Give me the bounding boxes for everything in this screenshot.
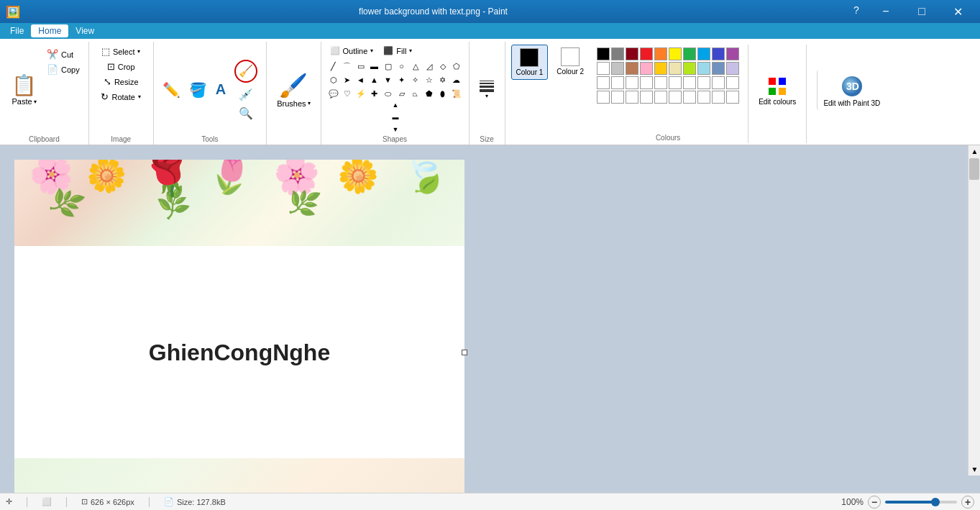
- shape-rect[interactable]: ▭: [354, 60, 367, 73]
- color-ltblue[interactable]: [697, 62, 710, 75]
- cut-button[interactable]: ✂️ Cut: [44, 47, 83, 61]
- edit-3d-button[interactable]: 3D Edit with Paint 3D: [817, 70, 886, 110]
- color-custom-1[interactable]: [597, 76, 610, 89]
- shapes-scroll-up[interactable]: ▲: [390, 100, 400, 110]
- colour2-button[interactable]: Colour 2: [552, 45, 588, 78]
- shape-callout[interactable]: 💬: [327, 87, 340, 100]
- eraser-button[interactable]: 🧹: [232, 58, 260, 84]
- color-gold[interactable]: [654, 62, 667, 75]
- select-button[interactable]: ⬚ Select ▾: [99, 45, 144, 58]
- shape-line[interactable]: ╱: [327, 60, 340, 73]
- color-green[interactable]: [683, 47, 696, 60]
- color-custom-20[interactable]: [726, 91, 739, 104]
- shape-trapezoid[interactable]: ⏢: [409, 87, 422, 100]
- brushes-button[interactable]: 🖌️ Brushes ▾: [273, 69, 314, 111]
- shape-drum[interactable]: ⬮: [436, 87, 449, 100]
- color-darkred[interactable]: [626, 47, 638, 60]
- color-custom-3[interactable]: [626, 76, 638, 89]
- color-white[interactable]: [597, 62, 610, 75]
- color-custom-10[interactable]: [726, 76, 739, 89]
- scroll-thumb[interactable]: [969, 158, 979, 180]
- color-custom-15[interactable]: [654, 91, 667, 104]
- shape-rounded-rect[interactable]: ▢: [382, 60, 395, 73]
- scroll-down-button[interactable]: ▼: [968, 463, 980, 475]
- color-custom-13[interactable]: [626, 91, 638, 104]
- paste-button[interactable]: 📋 Paste ▾: [6, 45, 42, 135]
- magnifier-button[interactable]: 🔍: [232, 105, 260, 122]
- shape-arrow-r[interactable]: ➤: [341, 73, 354, 86]
- maximize-button[interactable]: □: [905, 0, 938, 23]
- fill-shape-button[interactable]: ⬛ Fill ▾: [380, 45, 415, 57]
- shape-diamond[interactable]: ◇: [436, 60, 449, 73]
- color-lavender[interactable]: [726, 62, 739, 75]
- shape-rect-fill[interactable]: ▬: [368, 60, 381, 73]
- colour1-button[interactable]: Colour 1: [511, 45, 549, 80]
- shapes-scroll-mid[interactable]: ▬: [390, 112, 400, 122]
- zoom-minus-button[interactable]: −: [868, 496, 881, 509]
- scrollbar-vertical[interactable]: ▲ ▼: [968, 145, 980, 475]
- shape-plus[interactable]: ✚: [368, 87, 381, 100]
- color-cream[interactable]: [669, 62, 682, 75]
- rotate-button[interactable]: ↻ Rotate ▾: [98, 90, 143, 104]
- minimize-button[interactable]: −: [869, 0, 902, 23]
- color-custom-11[interactable]: [597, 91, 610, 104]
- canvas-container[interactable]: 🌸 🌼 🌹 🌷 🌸 🌼 🍃 🌿 🌿 🌿 GhienCongNghe: [0, 145, 980, 493]
- color-gray[interactable]: [611, 47, 624, 60]
- shape-star4[interactable]: ✧: [409, 73, 422, 86]
- text-button[interactable]: A: [213, 80, 229, 99]
- color-yellow[interactable]: [669, 47, 682, 60]
- shape-curve[interactable]: ⌒: [341, 60, 354, 73]
- eyedropper-button[interactable]: 💉: [232, 86, 260, 103]
- help-icon[interactable]: ?: [846, 0, 866, 20]
- shape-lightning[interactable]: ⚡: [354, 87, 367, 100]
- color-red[interactable]: [640, 47, 653, 60]
- menu-home[interactable]: Home: [31, 24, 68, 37]
- shape-triangle[interactable]: △: [409, 60, 422, 73]
- color-steelblue[interactable]: [712, 62, 725, 75]
- color-custom-7[interactable]: [683, 76, 696, 89]
- handle-right[interactable]: [462, 350, 467, 355]
- color-custom-16[interactable]: [669, 91, 682, 104]
- zoom-slider[interactable]: [885, 501, 957, 504]
- color-custom-6[interactable]: [669, 76, 682, 89]
- shape-cloud[interactable]: ☁: [450, 73, 463, 86]
- color-custom-2[interactable]: [611, 76, 624, 89]
- shape-dec-shape[interactable]: ⬟: [423, 87, 436, 100]
- color-orange[interactable]: [654, 47, 667, 60]
- scroll-up-button[interactable]: ▲: [968, 145, 980, 158]
- shape-arrow-l[interactable]: ◄: [354, 73, 367, 86]
- menu-view[interactable]: View: [68, 24, 101, 37]
- color-custom-18[interactable]: [697, 91, 710, 104]
- zoom-plus-button[interactable]: +: [961, 496, 974, 509]
- resize-button[interactable]: ⤡ Resize: [101, 75, 142, 88]
- color-black[interactable]: [597, 47, 610, 60]
- outline-button[interactable]: ⬜ Outline ▾: [327, 45, 377, 57]
- shape-heart[interactable]: ♡: [341, 87, 354, 100]
- color-pink[interactable]: [640, 62, 653, 75]
- shapes-scroll-down[interactable]: ▼: [390, 124, 400, 135]
- shape-hexagon[interactable]: ⬡: [327, 73, 340, 86]
- shape-pentagon[interactable]: ⬠: [450, 60, 463, 73]
- color-custom-9[interactable]: [712, 76, 725, 89]
- color-custom-4[interactable]: [640, 76, 653, 89]
- color-ltgreen[interactable]: [683, 62, 696, 75]
- color-purple[interactable]: [726, 47, 739, 60]
- color-custom-8[interactable]: [697, 76, 710, 89]
- color-custom-5[interactable]: [654, 76, 667, 89]
- color-ltgray[interactable]: [611, 62, 624, 75]
- fill-button[interactable]: 🪣: [186, 80, 210, 100]
- color-custom-19[interactable]: [712, 91, 725, 104]
- color-custom-17[interactable]: [683, 91, 696, 104]
- color-brown[interactable]: [626, 62, 638, 75]
- color-blue[interactable]: [697, 47, 710, 60]
- size-button[interactable]: ▾: [477, 79, 497, 101]
- pencil-button[interactable]: ✏️: [160, 80, 183, 100]
- menu-file[interactable]: File: [3, 24, 31, 37]
- canvas-image[interactable]: 🌸 🌼 🌹 🌷 🌸 🌼 🍃 🌿 🌿 🌿 GhienCongNghe: [14, 160, 464, 493]
- close-button[interactable]: ✕: [941, 0, 974, 23]
- shape-star6[interactable]: ✡: [436, 73, 449, 86]
- crop-button[interactable]: ⊡ Crop: [104, 60, 138, 73]
- shape-ellipse[interactable]: ○: [395, 60, 408, 73]
- copy-button[interactable]: 📄 Copy: [44, 63, 83, 76]
- shape-parallelogram[interactable]: ▱: [395, 87, 408, 100]
